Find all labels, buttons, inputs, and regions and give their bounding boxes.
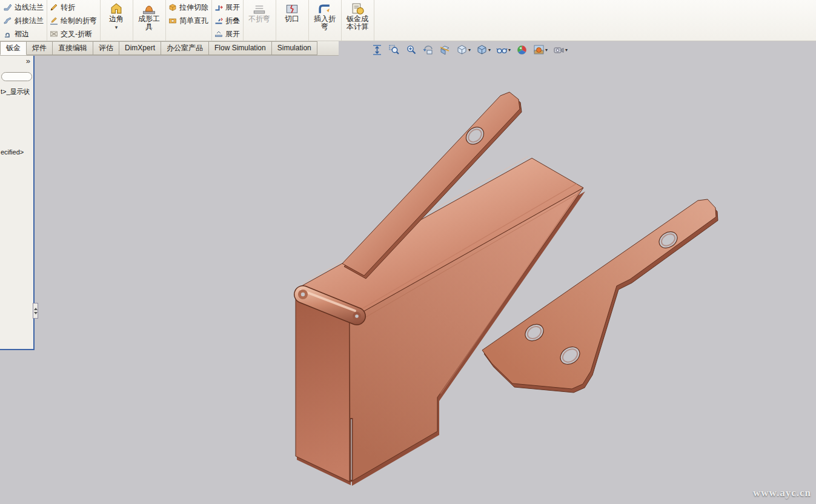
section-view-icon: [439, 44, 451, 56]
view-settings-button[interactable]: ▾: [552, 44, 568, 56]
corner-button[interactable]: 边角 ▾: [103, 1, 130, 30]
previous-view-button[interactable]: [422, 44, 434, 56]
hem-icon: [4, 30, 12, 38]
sheet-metal-cost-label: 钣金成本计算: [345, 15, 370, 31]
miter-flange-label: 斜接法兰: [15, 16, 44, 26]
rip-button[interactable]: 切口: [279, 1, 305, 23]
flatten-button[interactable]: 展开: [214, 27, 240, 41]
sketched-bend-icon: [50, 16, 58, 25]
sketched-bend-label: 绘制的折弯: [61, 16, 97, 26]
view-settings-caret: ▾: [565, 47, 568, 53]
ribbon-group-flanges: 边线法兰 斜接法兰 褶边: [1, 0, 47, 41]
display-style-button[interactable]: ▾: [476, 44, 491, 56]
view-orientation-icon: [456, 44, 468, 56]
fold-label: 折叠: [225, 16, 240, 26]
watermark: www.ayc.cn: [753, 487, 811, 499]
sketched-bend-button[interactable]: 绘制的折弯: [50, 14, 97, 27]
unfold-button[interactable]: 展开: [214, 1, 240, 14]
apply-scene-button[interactable]: ▾: [532, 44, 548, 56]
fold-button[interactable]: 折叠: [214, 14, 240, 27]
ribbon-group-fold: 展开 折叠 展开: [212, 0, 244, 41]
edit-appearance-icon: [516, 44, 528, 56]
rip-label: 切口: [280, 15, 304, 23]
view-orientation-button[interactable]: ▾: [456, 44, 471, 56]
forming-tool-icon: [142, 2, 156, 15]
ribbon-group-insert-bends: 插入折弯: [309, 0, 342, 41]
no-bends-label: 不折弯: [247, 15, 271, 23]
feature-tree-root-item[interactable]: [1, 72, 32, 81]
tab-office-products[interactable]: 办公室产品: [161, 41, 209, 55]
heads-up-view-toolbar: ▾ ▾ ▾ ▾ ▾: [371, 44, 568, 56]
unfold-icon: [214, 3, 223, 12]
corner-dropdown-caret[interactable]: ▾: [115, 24, 118, 30]
simple-hole-icon: [168, 16, 177, 25]
display-style-caret: ▾: [488, 47, 491, 53]
jog-icon: [50, 3, 58, 12]
jog-button[interactable]: 转折: [50, 1, 97, 14]
extruded-cut-button[interactable]: 拉伸切除: [168, 1, 208, 14]
sheet-metal-cost-icon: [351, 2, 364, 15]
cross-break-button[interactable]: 交叉-折断: [50, 27, 97, 41]
no-bends-button[interactable]: 不折弯: [246, 1, 273, 23]
rip-icon: [285, 2, 299, 15]
edit-appearance-button[interactable]: [516, 44, 528, 56]
feature-tree-item-display-state[interactable]: t>_显示状: [1, 87, 34, 96]
tab-dimxpert[interactable]: DimXpert: [119, 41, 161, 55]
zoom-fit-button[interactable]: [371, 44, 383, 56]
forming-tool-label: 成形工具: [137, 15, 161, 31]
simple-hole-button[interactable]: 简单直孔: [168, 14, 208, 27]
tab-direct-editing[interactable]: 直接编辑: [53, 41, 93, 55]
edge-flange-icon: [4, 3, 12, 12]
splitter-up-arrow: [34, 308, 38, 310]
miter-flange-button[interactable]: 斜接法兰: [4, 14, 44, 27]
hem-label: 褶边: [15, 29, 29, 39]
zoom-in-out-icon: [405, 44, 417, 56]
hide-show-items-caret: ▾: [508, 47, 511, 53]
zoom-area-button[interactable]: [388, 44, 400, 56]
splitter-down-arrow: [34, 312, 38, 314]
tab-weldments[interactable]: 焊件: [27, 41, 53, 55]
extruded-cut-icon: [168, 3, 177, 12]
ribbon-group-cost: 钣金成本计算: [342, 0, 374, 41]
hide-show-items-icon: [496, 44, 508, 56]
panel-expand-chevron[interactable]: »: [26, 56, 30, 65]
view-settings-icon: [553, 44, 565, 56]
no-bends-icon: [253, 2, 266, 15]
edge-flange-button[interactable]: 边线法兰: [4, 1, 44, 14]
ribbon-group-bends: 转折 绘制的折弯 交叉-折断: [47, 0, 101, 41]
miter-flange-icon: [4, 16, 12, 25]
hem-button[interactable]: 褶边: [4, 27, 44, 41]
body-left-face: [296, 293, 350, 482]
ribbon-toolbar: 边线法兰 斜接法兰 褶边 转折 绘制的折弯 交叉-折断 边角 ▾: [0, 0, 816, 41]
apply-scene-caret: ▾: [545, 47, 548, 53]
forming-tool-button[interactable]: 成形工具: [136, 1, 162, 31]
tab-flow-simulation[interactable]: Flow Simulation: [209, 41, 272, 55]
apply-scene-icon: [533, 44, 545, 56]
cross-break-label: 交叉-折断: [61, 29, 92, 39]
corner-icon: [110, 2, 123, 15]
sheet-metal-cost-button[interactable]: 钣金成本计算: [344, 1, 371, 31]
fold-icon: [214, 16, 223, 25]
insert-bends-label: 插入折弯: [313, 15, 337, 31]
tab-sheet-metal[interactable]: 钣金: [0, 41, 27, 55]
flatten-label: 展开: [225, 29, 240, 39]
model-canvas: [0, 0, 816, 504]
section-view-button[interactable]: [439, 44, 451, 56]
tab-simulation[interactable]: Simulation: [272, 41, 317, 55]
display-style-icon: [476, 44, 488, 56]
ribbon-tab-strip: 钣金 焊件 直接编辑 评估 DimXpert 办公室产品 Flow Simula…: [0, 41, 339, 56]
corner-label: 边角: [104, 15, 128, 23]
hide-show-items-button[interactable]: ▾: [496, 44, 511, 56]
sheet-metal-part[interactable]: [296, 92, 718, 486]
panel-splitter-handle[interactable]: [33, 303, 38, 319]
ribbon-group-rip: 切口: [276, 0, 309, 41]
flatten-icon: [214, 30, 223, 38]
zoom-fit-icon: [371, 44, 383, 56]
feature-tree-item-not-specified[interactable]: ecified>: [1, 148, 34, 156]
feature-manager-panel: » t>_显示状 ecified>: [0, 56, 35, 350]
zoom-in-out-button[interactable]: [405, 44, 417, 56]
unfold-label: 展开: [225, 2, 240, 13]
zoom-area-icon: [388, 44, 400, 56]
insert-bends-button[interactable]: 插入折弯: [311, 1, 338, 31]
tab-evaluate[interactable]: 评估: [93, 41, 119, 55]
